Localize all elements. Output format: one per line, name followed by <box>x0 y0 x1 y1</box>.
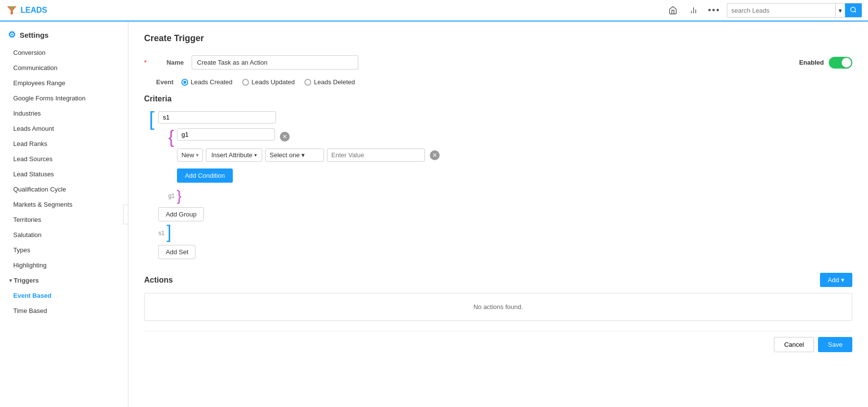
radio-label-leads-updated: Leads Updated <box>251 78 295 86</box>
actions-header: Actions Add ▾ <box>144 273 852 287</box>
sidebar-item-event-based[interactable]: Event Based <box>0 288 128 303</box>
group-inner: ✕ New ▾ Insert <box>177 128 849 187</box>
app-layout: ⚙ Settings Conversion Communication Empl… <box>0 22 868 407</box>
sidebar-item-google-forms[interactable]: Google Forms Integration <box>0 91 128 106</box>
event-label: Event <box>144 78 174 86</box>
select-one-dropdown[interactable]: Select one ▾ <box>265 148 324 162</box>
save-button[interactable]: Save <box>818 337 852 352</box>
enabled-toggle-container: Enabled <box>799 57 852 69</box>
main-content: Create Trigger * Name Enabled Event Lead… <box>128 22 868 407</box>
no-actions-text: No actions found. <box>145 293 852 320</box>
radio-btn-leads-deleted[interactable] <box>304 79 311 86</box>
condition-row: New ▾ Insert Attribute ▾ S <box>177 148 849 162</box>
add-action-button[interactable]: Add ▾ <box>820 273 852 287</box>
radio-leads-created[interactable]: Leads Created <box>181 78 232 86</box>
svg-line-8 <box>855 11 856 12</box>
sidebar-item-communication[interactable]: Communication <box>0 60 128 75</box>
set-end-label: s1 <box>158 230 165 237</box>
radio-btn-leads-created[interactable] <box>181 79 188 86</box>
radio-leads-updated[interactable]: Leads Updated <box>242 78 295 86</box>
sidebar-item-lead-sources[interactable]: Lead Sources <box>0 151 128 167</box>
group-block: { ✕ New <box>168 128 852 187</box>
sidebar-item-lead-statuses[interactable]: Lead Statuses <box>0 167 128 182</box>
search-button[interactable] <box>845 3 862 18</box>
criteria-title: Criteria <box>144 95 852 103</box>
sidebar-settings-header: ⚙ Settings <box>0 22 128 45</box>
actions-table: No actions found. <box>144 293 852 321</box>
sidebar-item-leads-amount[interactable]: Leads Amount <box>0 121 128 136</box>
search-dropdown[interactable]: ▾ <box>835 3 845 18</box>
sidebar-item-lead-ranks[interactable]: Lead Ranks <box>0 136 128 151</box>
enabled-label: Enabled <box>799 59 824 66</box>
group-curly-left: { <box>168 128 174 146</box>
add-action-arrow-icon: ▾ <box>841 276 844 284</box>
page-title: Create Trigger <box>144 33 852 44</box>
more-icon[interactable]: ••• <box>706 2 722 18</box>
event-row: Event Leads Created Leads Updated Leads … <box>144 78 852 86</box>
select-one-arrow-icon: ▾ <box>301 151 305 159</box>
sidebar-item-qualification-cycle[interactable]: Qualification Cycle <box>0 182 128 197</box>
insert-attr-label: Insert Attribute <box>211 151 252 159</box>
new-arrow-icon: ▾ <box>196 152 198 158</box>
select-one-label: Select one <box>270 151 299 159</box>
triggers-collapse-icon: ▾ <box>9 278 12 283</box>
group-close-curly: } <box>176 189 181 203</box>
name-label: Name <box>154 59 184 66</box>
insert-attribute-button[interactable]: Insert Attribute ▾ <box>206 148 262 162</box>
search-input[interactable] <box>727 7 835 14</box>
gear-icon: ⚙ <box>8 29 16 40</box>
sidebar-item-triggers[interactable]: ▾ Triggers <box>0 273 128 288</box>
set-close-row: s1 ] <box>158 225 852 241</box>
add-group-button[interactable]: Add Group <box>158 207 204 221</box>
actions-title: Actions <box>144 276 173 285</box>
radio-leads-deleted[interactable]: Leads Deleted <box>304 78 355 86</box>
radio-btn-leads-updated[interactable] <box>242 79 249 86</box>
group-close-button[interactable]: ✕ <box>280 132 290 142</box>
group-close-row: g1 } <box>158 189 852 203</box>
set-block: { ✕ New <box>158 111 852 259</box>
required-star: * <box>144 59 147 66</box>
sidebar-item-employees-range[interactable]: Employees Range <box>0 75 128 91</box>
enabled-toggle[interactable] <box>829 57 852 69</box>
sidebar-item-markets-segments[interactable]: Markets & Segments <box>0 197 128 212</box>
sidebar-item-territories[interactable]: Territories <box>0 212 128 227</box>
sidebar-item-highlighting[interactable]: Highlighting <box>0 258 128 273</box>
radio-label-leads-created: Leads Created <box>191 78 232 86</box>
toggle-knob <box>842 58 851 68</box>
footer-bar: Cancel Save <box>144 331 852 358</box>
criteria-wrapper: [ { ✕ <box>144 111 852 259</box>
insert-attr-arrow-icon: ▾ <box>254 152 257 158</box>
condition-close-button[interactable]: ✕ <box>430 150 440 160</box>
top-nav: LEADS ••• ▾ <box>0 0 868 22</box>
name-input[interactable] <box>192 55 358 70</box>
enter-value-input[interactable] <box>327 148 425 162</box>
funnel-icon <box>6 4 18 16</box>
new-dropdown[interactable]: New ▾ <box>177 148 203 162</box>
sidebar-item-types[interactable]: Types <box>0 242 128 258</box>
set-bracket-left: [ <box>149 109 154 129</box>
add-action-label: Add <box>828 276 839 284</box>
group-label-input[interactable] <box>177 128 275 141</box>
sidebar-item-time-based[interactable]: Time Based <box>0 303 128 318</box>
app-logo[interactable]: LEADS <box>6 4 47 16</box>
set-label-input[interactable] <box>158 111 276 123</box>
chart-icon[interactable] <box>686 2 701 18</box>
settings-label: Settings <box>20 31 49 39</box>
sidebar-item-conversion[interactable]: Conversion <box>0 45 128 60</box>
add-condition-button[interactable]: Add Condition <box>177 168 233 183</box>
home-icon[interactable] <box>665 2 681 18</box>
event-radio-group: Leads Created Leads Updated Leads Delete… <box>181 78 355 86</box>
new-label: New <box>181 151 194 159</box>
sidebar-item-salutation[interactable]: Salutation <box>0 227 128 242</box>
name-row: * Name Enabled <box>144 55 852 70</box>
cancel-button[interactable]: Cancel <box>774 337 814 352</box>
set-bracket-right: ] <box>167 223 172 241</box>
radio-label-leads-deleted: Leads Deleted <box>314 78 355 86</box>
group-end-label: g1 <box>168 192 174 199</box>
svg-point-7 <box>851 7 855 11</box>
sidebar-item-industries[interactable]: Industries <box>0 106 128 121</box>
add-set-button[interactable]: Add Set <box>158 245 196 259</box>
set-block-outer: [ { ✕ <box>149 111 852 259</box>
search-bar: ▾ <box>727 3 862 18</box>
sidebar-toggle-button[interactable]: ‹ <box>123 205 128 224</box>
